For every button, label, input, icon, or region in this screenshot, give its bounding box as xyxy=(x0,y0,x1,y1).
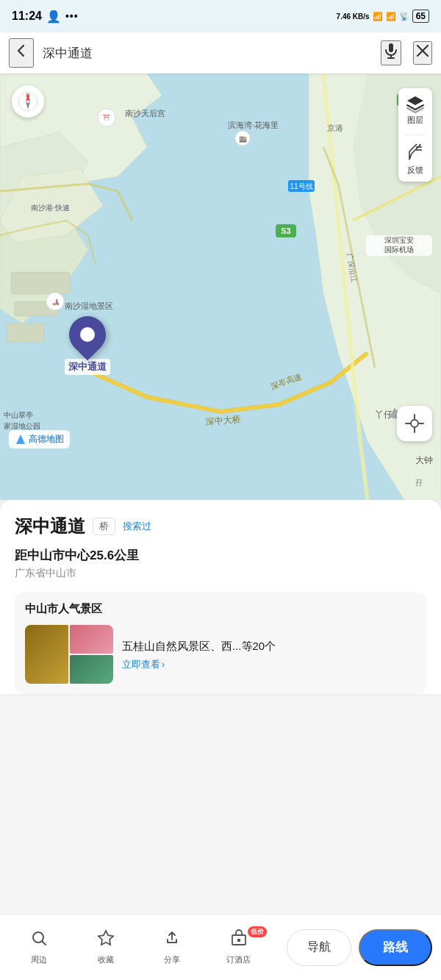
svg-rect-0 xyxy=(389,43,393,52)
feedback-label: 反馈 xyxy=(407,165,423,176)
popular-images xyxy=(25,625,113,684)
network-icon: 📶 xyxy=(373,12,383,21)
svg-text:深圳宝安: 深圳宝安 xyxy=(384,236,414,244)
search-bar: 深中通道 xyxy=(0,32,441,74)
search-input[interactable]: 深中通道 xyxy=(43,45,372,62)
svg-text:🏬: 🏬 xyxy=(239,135,248,143)
popular-title: 中山市人气景区 xyxy=(25,602,416,616)
popular-desc: 五桂山自然风景区、西...等20个 xyxy=(122,638,416,654)
feedback-button[interactable]: 反馈 xyxy=(406,144,425,176)
status-bar: 11:24 👤 ••• 7.46 KB/s 📶 📶 📡 65 xyxy=(0,0,441,32)
popular-img-2 xyxy=(70,625,113,654)
svg-rect-6 xyxy=(11,272,70,294)
svg-text:滨海湾·花海里: 滨海湾·花海里 xyxy=(228,121,279,129)
layer-label: 图层 xyxy=(407,115,423,126)
popular-img-3 xyxy=(70,655,113,684)
battery-icon: 65 xyxy=(412,10,429,23)
svg-text:南沙湿地景区: 南沙湿地景区 xyxy=(65,301,113,310)
signal-icon: 📶 xyxy=(386,12,396,21)
wifi-icon: 📡 xyxy=(399,12,409,21)
svg-text:南沙天后宫: 南沙天后宫 xyxy=(125,109,165,118)
pin-label: 深中通道 xyxy=(65,359,110,375)
map-pin: 深中通道 xyxy=(65,316,110,375)
popular-info: 五桂山自然风景区、西...等20个 立即查看 › xyxy=(122,638,416,671)
status-avatar-icon: 👤 xyxy=(46,10,61,24)
nav-item-share[interactable]: 分享 xyxy=(150,929,194,965)
nav-items: 周边 收藏 分享 xyxy=(0,929,278,965)
place-type-badge: 桥 xyxy=(93,518,115,535)
favorite-icon xyxy=(97,929,115,951)
svg-text:⛩: ⛩ xyxy=(103,114,110,122)
svg-text:🏞: 🏞 xyxy=(52,298,59,306)
location-button[interactable] xyxy=(397,406,432,441)
nav-item-nearby[interactable]: 周边 xyxy=(17,929,61,965)
bottom-nav: 周边 收藏 分享 xyxy=(0,914,441,980)
place-distance: 距中山市中心25.6公里 xyxy=(15,547,426,564)
nav-label-favorite: 收藏 xyxy=(98,954,114,965)
mic-button[interactable] xyxy=(381,40,401,65)
place-searched-label[interactable]: 搜索过 xyxy=(123,520,151,533)
svg-marker-49 xyxy=(16,434,25,444)
nav-actions: 导航 路线 xyxy=(278,929,441,966)
nav-label-nearby: 周边 xyxy=(31,954,47,965)
svg-text:京港: 京港 xyxy=(327,124,343,132)
map-container[interactable]: S3 深中大桥 南沙港·快速 深岑高速 广深沿江 ⛩ 南沙天后宫 🏬 滨海湾·花… xyxy=(0,74,441,500)
place-header: 深中通道 桥 搜索过 xyxy=(15,515,426,538)
svg-rect-53 xyxy=(237,939,240,942)
hotel-badge: 低价 xyxy=(248,926,267,937)
nav-label-share: 分享 xyxy=(164,954,180,965)
back-button[interactable] xyxy=(9,38,34,68)
popular-link[interactable]: 立即查看 › xyxy=(122,658,416,671)
compass-icon[interactable]: N xyxy=(12,85,44,118)
pin-inner xyxy=(80,327,95,342)
status-more-icon: ••• xyxy=(65,10,79,22)
place-address: 广东省中山市 xyxy=(15,567,426,580)
place-name: 深中通道 xyxy=(15,515,85,538)
route-button[interactable]: 路线 xyxy=(359,929,432,966)
nearby-icon xyxy=(30,929,48,951)
status-right: 7.46 KB/s 📶 📶 📡 65 xyxy=(337,10,429,23)
popular-content: 五桂山自然风景区、西...等20个 立即查看 › xyxy=(25,625,416,684)
nav-item-favorite[interactable]: 收藏 xyxy=(84,929,128,965)
svg-text:S3: S3 xyxy=(281,226,290,235)
navigate-button[interactable]: 导航 xyxy=(287,929,351,966)
hotel-icon xyxy=(230,929,248,951)
speed-indicator: 7.46 KB/s xyxy=(337,12,370,21)
svg-text:家湿地公园: 家湿地公园 xyxy=(4,422,40,430)
status-time: 11:24 xyxy=(12,10,42,23)
svg-text:国际机场: 国际机场 xyxy=(384,246,414,254)
svg-text:N: N xyxy=(26,93,29,98)
svg-text:大钟: 大钟 xyxy=(415,455,433,465)
svg-point-44 xyxy=(411,420,418,427)
amap-logo: 高德地图 xyxy=(9,430,70,448)
svg-text:南沙港·快速: 南沙港·快速 xyxy=(31,204,70,212)
svg-text:孖: 孖 xyxy=(415,479,423,487)
layer-button[interactable]: 图层 xyxy=(406,94,425,126)
close-button[interactable] xyxy=(413,41,432,65)
nav-item-hotel[interactable]: 订酒店 低价 xyxy=(217,929,261,965)
svg-text:中山翠亭: 中山翠亭 xyxy=(4,411,33,419)
popular-img-1 xyxy=(25,625,68,684)
svg-line-51 xyxy=(43,942,46,945)
svg-text:11号线: 11号线 xyxy=(290,182,312,190)
info-panel: 深中通道 桥 搜索过 距中山市中心25.6公里 广东省中山市 中山市人气景区 五… xyxy=(0,500,441,694)
share-icon xyxy=(163,929,181,951)
svg-rect-8 xyxy=(7,323,44,342)
popular-section[interactable]: 中山市人气景区 五桂山自然风景区、西...等20个 立即查看 › xyxy=(15,592,426,694)
pin-circle xyxy=(62,309,114,361)
map-layer-panel: 图层 反馈 xyxy=(398,88,432,182)
nav-label-hotel: 订酒店 xyxy=(226,954,251,965)
